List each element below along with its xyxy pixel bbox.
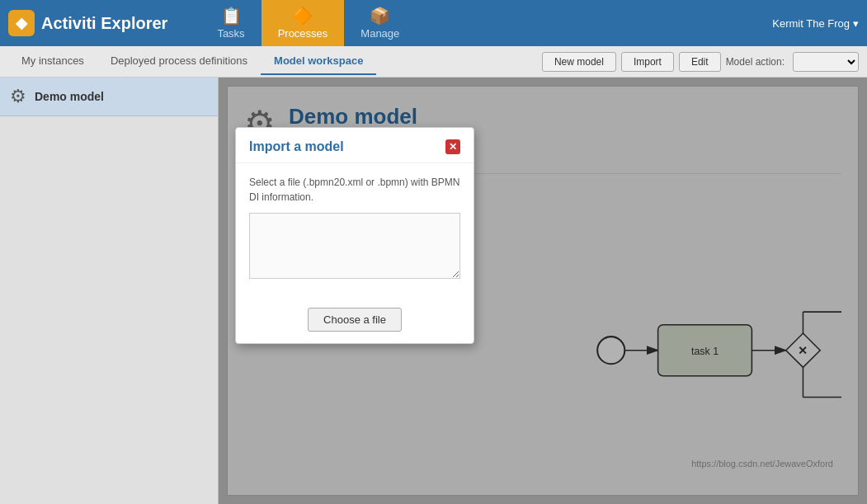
sub-nav: My instances Deployed process definition… <box>0 46 867 78</box>
modal-footer: Choose a file <box>236 301 474 343</box>
sidebar-item-demo-model[interactable]: ⚙ Demo model <box>0 78 218 116</box>
model-action-label: Model action: <box>726 56 785 68</box>
app-logo: ◆ Activiti Explorer <box>8 10 167 36</box>
edit-button[interactable]: Edit <box>679 52 721 72</box>
processes-icon: 🔶 <box>292 6 313 26</box>
manage-icon: 📦 <box>370 6 390 26</box>
content-area: ⚙ Demo model 📄 Version 1 Process Diagram <box>219 78 867 504</box>
close-icon: ✕ <box>449 141 457 153</box>
modal-textarea[interactable] <box>249 213 460 279</box>
header: ◆ Activiti Explorer 📋 Tasks 🔶 Processes … <box>0 0 867 46</box>
tasks-icon: 📋 <box>221 6 242 26</box>
nav-processes-label: Processes <box>278 27 328 40</box>
modal-body: Select a file (.bpmn20.xml or .bpmn) wit… <box>236 163 474 301</box>
model-action-select[interactable] <box>793 52 859 72</box>
import-button[interactable]: Import <box>621 52 674 72</box>
sub-nav-actions: New model Import Edit Model action: <box>542 52 859 72</box>
nav-manage-label: Manage <box>360 27 399 40</box>
app-title: Activiti Explorer <box>41 14 167 33</box>
nav-tasks-label: Tasks <box>217 27 244 40</box>
import-modal: Import a model ✕ Select a file (.bpmn20.… <box>235 127 474 344</box>
modal-header: Import a model ✕ <box>236 128 474 163</box>
user-dropdown-icon: ▾ <box>853 17 859 30</box>
new-model-button[interactable]: New model <box>542 52 616 72</box>
nav-tab-manage[interactable]: 📦 Manage <box>344 0 416 46</box>
modal-description: Select a file (.bpmn20.xml or .bpmn) wit… <box>249 175 460 205</box>
demo-model-icon: ⚙ <box>10 86 26 107</box>
sidebar: ⚙ Demo model <box>0 78 219 504</box>
modal-close-button[interactable]: ✕ <box>445 139 460 154</box>
username: Kermit The Frog <box>772 17 850 30</box>
modal-title: Import a model <box>249 139 344 154</box>
demo-model-label: Demo model <box>35 90 104 103</box>
nav-tab-processes[interactable]: 🔶 Processes <box>262 0 345 46</box>
nav-tab-tasks[interactable]: 📋 Tasks <box>200 0 261 46</box>
user-info[interactable]: Kermit The Frog ▾ <box>772 17 859 30</box>
main-layout: ⚙ Demo model ⚙ Demo model 📄 Version 1 Pr… <box>0 78 867 504</box>
main-nav: 📋 Tasks 🔶 Processes 📦 Manage <box>200 0 772 46</box>
subnav-model-workspace[interactable]: Model workspace <box>261 48 376 75</box>
modal-overlay: Import a model ✕ Select a file (.bpmn20.… <box>219 78 867 504</box>
logo-icon: ◆ <box>8 10 35 36</box>
choose-file-button[interactable]: Choose a file <box>308 308 402 332</box>
subnav-my-instances[interactable]: My instances <box>8 48 97 75</box>
subnav-deployed[interactable]: Deployed process definitions <box>97 48 261 75</box>
